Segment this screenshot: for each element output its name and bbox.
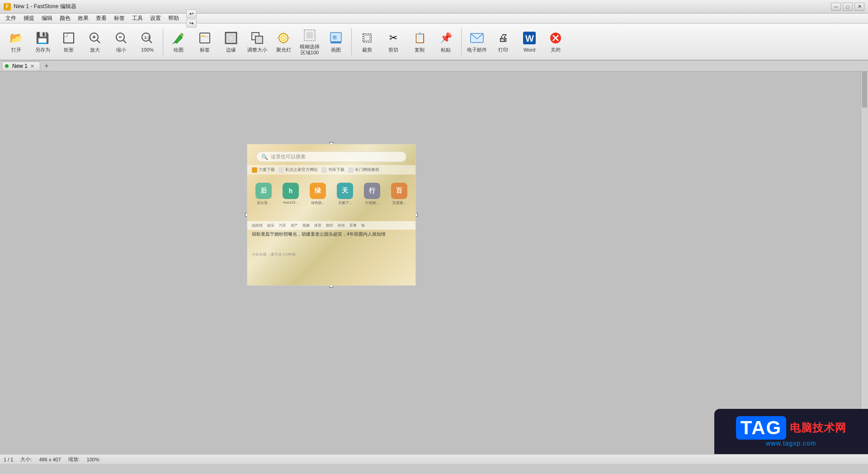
shortcut-1: 后 后台登...	[252, 183, 275, 205]
border-label: 边缘	[226, 47, 236, 53]
menu-file[interactable]: 文件	[2, 14, 20, 23]
zoom-100-icon: 1:1	[139, 30, 156, 46]
shortcut-label-3: 绿色软...	[306, 200, 330, 205]
paste-button[interactable]: 📌 粘贴	[433, 25, 458, 58]
shortcut-4: 天 天极下...	[333, 183, 357, 205]
bookmark-1: 力量下载	[252, 167, 275, 173]
menu-settings[interactable]: 设置	[146, 14, 165, 23]
app-icon: F	[4, 3, 11, 10]
print-button[interactable]: 🖨 打印	[491, 25, 516, 58]
blur-select-icon	[302, 28, 318, 43]
svg-rect-30	[330, 42, 341, 43]
svg-rect-0	[64, 33, 74, 43]
word-icon: W	[521, 30, 538, 46]
tab-close-button[interactable]: ✕	[29, 63, 35, 69]
zoom-out-button[interactable]: 缩小	[108, 25, 134, 58]
zoom-100-button[interactable]: 1:1 100%	[135, 25, 160, 58]
bookmark-2: 私光之家官方网站	[278, 167, 318, 173]
scrollbar-right[interactable]	[861, 71, 868, 454]
rectangle-button[interactable]: 矩形	[56, 25, 81, 58]
close-label: 关闭	[551, 47, 561, 53]
toolbar-separator-3	[461, 28, 462, 55]
zoom-100-label: 100%	[141, 47, 154, 53]
print-label: 打印	[498, 47, 508, 53]
close-window-button[interactable]: ✕	[854, 3, 864, 11]
scrollbar-thumb[interactable]	[862, 71, 867, 108]
svg-line-11	[149, 40, 152, 43]
toolbar: 📂 打开 💾 另存为 矩形 放大	[0, 24, 868, 61]
undo-button[interactable]: ↩	[186, 9, 197, 18]
shortcut-icon-2: h	[283, 183, 299, 199]
open-icon: 📂	[8, 30, 24, 46]
svg-text:W: W	[525, 33, 534, 43]
draw2-icon: 图	[328, 30, 344, 46]
copy-button[interactable]: 📋 复制	[407, 25, 432, 58]
menu-bar: 文件 捕提 编辑 颜色 效果 查看 标签 工具 设置 帮助 ↩ ↪	[0, 14, 868, 24]
news-tag-2: 娱乐	[267, 223, 274, 228]
menu-view[interactable]: 查看	[92, 14, 110, 23]
email-button[interactable]: 电子邮件	[464, 25, 490, 58]
bookmark-label-2: 私光之家官方网站	[285, 167, 318, 173]
draw-icon	[170, 30, 187, 46]
menu-help[interactable]: 帮助	[165, 14, 183, 23]
cut-button[interactable]: ✂ 剪切	[381, 25, 406, 58]
border-icon	[223, 30, 239, 46]
menu-tools[interactable]: 工具	[128, 14, 146, 23]
resize-button[interactable]: 调整大小	[245, 25, 270, 58]
copy-label: 复制	[415, 47, 425, 53]
bookmark-icon-4	[348, 167, 354, 173]
menu-capture[interactable]: 捕提	[20, 14, 38, 23]
blur-select-label: 模糊选择区域100	[298, 44, 321, 56]
size-value: 486 x 407	[39, 457, 61, 462]
title-controls[interactable]: ─ □ ✕	[831, 3, 864, 11]
email-label: 电子邮件	[467, 47, 487, 53]
menu-tags[interactable]: 标签	[110, 14, 128, 23]
maximize-button[interactable]: □	[843, 3, 853, 11]
page-info: 1 / 1	[4, 457, 13, 462]
shortcut-3: 绿 绿色软...	[306, 183, 330, 205]
cut-label: 剪切	[388, 47, 398, 53]
tab-new1[interactable]: New 1 ✕	[2, 62, 40, 70]
tab-search-input[interactable]	[51, 63, 142, 69]
bookmark-3: 书库下载	[321, 167, 344, 173]
blur-select-button[interactable]: 模糊选择区域100	[297, 25, 322, 58]
border-button[interactable]: 边缘	[218, 25, 244, 58]
close-button[interactable]: 关闭	[543, 25, 568, 58]
tab-add-button[interactable]: +	[42, 62, 51, 71]
resize-label: 调整大小	[247, 47, 267, 53]
menu-effects[interactable]: 效果	[74, 14, 92, 23]
save-as-label: 另存为	[35, 47, 50, 53]
word-button[interactable]: W Word	[517, 25, 542, 58]
svg-line-5	[97, 40, 100, 43]
shortcut-icon-6: 百	[391, 183, 407, 199]
bookmark-label-3: 书库下载	[328, 167, 344, 173]
svg-line-8	[123, 40, 126, 43]
shortcut-2: h hao123...	[279, 183, 302, 205]
draw2-button[interactable]: 图 画图	[323, 25, 349, 58]
svg-rect-17	[228, 35, 234, 41]
save-as-button[interactable]: 💾 另存为	[30, 25, 55, 58]
draw-button[interactable]: 绘图	[166, 25, 191, 58]
menu-edit[interactable]: 编辑	[38, 14, 56, 23]
mark-button[interactable]: 标签	[192, 25, 217, 58]
screenshot-image: 🔍 这里也可以搜索 力量下载 私光之家官方网站 书库下载	[247, 144, 416, 286]
image-container: 🔍 这里也可以搜索 力量下载 私光之家官方网站 书库下载	[247, 144, 416, 286]
shortcut-label-5: 行坐标...	[360, 200, 384, 205]
crop-label: 裁剪	[362, 47, 372, 53]
minimize-button[interactable]: ─	[831, 3, 841, 11]
tag-url: www.tagxp.com	[766, 440, 816, 447]
svg-line-12	[173, 43, 174, 44]
cut-icon: ✂	[385, 30, 401, 46]
menu-color[interactable]: 颜色	[56, 14, 74, 23]
browser-bookmarks: 力量下载 私光之家官方网站 书库下载 长门网络教程	[247, 165, 415, 175]
open-button[interactable]: 📂 打开	[4, 25, 29, 58]
spotlight-button[interactable]: 聚光灯	[271, 25, 296, 58]
zoom-in-button[interactable]: 放大	[82, 25, 108, 58]
title-bar: F New 1 - FastStone 编辑器 ─ □ ✕	[0, 0, 868, 14]
status-bar: 1 / 1 大小: 486 x 407 缩放: 100%	[0, 454, 868, 464]
shortcut-icon-3: 绿	[310, 183, 326, 199]
tag-logo: TAG 电脑技术网	[736, 416, 847, 440]
draw2-label: 画图	[331, 47, 341, 53]
crop-button[interactable]: 裁剪	[354, 25, 380, 58]
save-icon: 💾	[34, 30, 51, 46]
